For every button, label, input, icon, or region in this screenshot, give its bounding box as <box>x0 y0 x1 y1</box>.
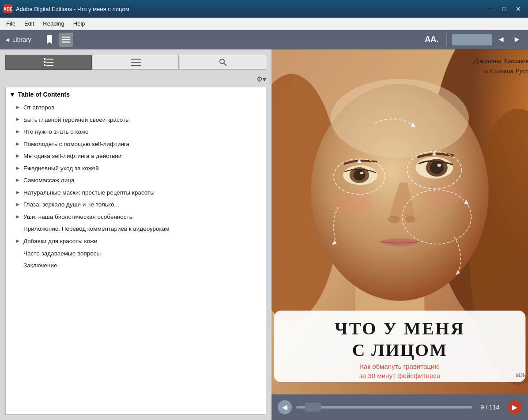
svg-point-27 <box>353 170 365 181</box>
toc-item-6[interactable]: ▶ Самомассаж лица <box>9 174 262 187</box>
maximize-button[interactable]: □ <box>498 4 510 14</box>
toc-item-13[interactable]: ▶ Заключение <box>9 259 262 272</box>
svg-point-23 <box>430 161 444 174</box>
toc-item-10[interactable]: ▶ Приложение. Перевод комментариев к вид… <box>9 223 262 235</box>
svg-point-29 <box>388 215 400 223</box>
book-cover-svg: Джоанна Хакимова и Сильвия Руссо ЧТО У М… <box>272 49 528 394</box>
svg-rect-9 <box>131 59 141 60</box>
menu-bar: File Edit Reading Help <box>0 18 528 30</box>
svg-rect-11 <box>131 65 141 66</box>
title-bar-left: ADE Adobe Digital Editions - Что у меня … <box>4 4 129 13</box>
toolbar: ◄ Library AA. ◄ ► <box>0 30 528 49</box>
svg-rect-6 <box>46 62 53 63</box>
title-bar: ADE Adobe Digital Editions - Что у меня … <box>0 0 528 18</box>
next-arrow-icon: ► <box>510 402 519 412</box>
svg-text:за 30 минут фейсфитнеса: за 30 минут фейсфитнеса <box>359 372 441 379</box>
right-panel: Джоанна Хакимова и Сильвия Руссо ЧТО У М… <box>272 49 528 420</box>
svg-rect-0 <box>62 37 70 38</box>
toc-item-9[interactable]: ▶ Уши: наша биологическая особенность <box>9 211 262 223</box>
next-page-button[interactable]: ► <box>510 33 524 46</box>
toc-arrow-11: ▶ <box>16 239 21 244</box>
svg-text:ЧТО У МЕНЯ: ЧТО У МЕНЯ <box>335 319 465 338</box>
next-page-nav-button[interactable]: ► <box>508 400 522 414</box>
left-panel: ⚙▾ ▼ Table of Contents ▶ От авторов ▶ Бы… <box>0 49 272 420</box>
toc-arrow-7: ▶ <box>16 190 21 195</box>
menu-reading[interactable]: Reading <box>38 19 68 29</box>
toc-arrow-4: ▶ <box>16 154 21 159</box>
toc-arrow-2: ▶ <box>16 129 21 135</box>
svg-rect-4 <box>46 59 53 60</box>
list-view-button[interactable] <box>59 33 73 47</box>
svg-text:Как обмануть гравитацию: Как обмануть гравитацию <box>360 363 439 370</box>
toc-item-3[interactable]: ▶ Помолодеть с помощью self-лифтинга <box>9 138 262 150</box>
svg-point-28 <box>360 172 364 175</box>
toc-arrow-9: ▶ <box>16 214 21 220</box>
toc-arrow-6: ▶ <box>16 178 21 183</box>
toc-item-1[interactable]: ▶ Быть главной героиней своей красоты <box>9 114 262 126</box>
page-number-display: 9 / 114 <box>477 404 503 411</box>
svg-rect-3 <box>44 58 45 60</box>
list-view-toc-button[interactable] <box>93 55 179 70</box>
toc-item-8[interactable]: ▶ Глаза: зеркало души и не только... <box>9 199 262 211</box>
toc-view-button[interactable] <box>5 55 92 70</box>
toc-item-5[interactable]: ▶ Ежедневный уход за кожей <box>9 162 262 175</box>
toc-item-0[interactable]: ▶ От авторов <box>9 101 262 114</box>
library-label: ◄ Library <box>4 36 31 43</box>
svg-rect-2 <box>62 41 70 43</box>
minimize-button[interactable]: ─ <box>484 4 496 14</box>
toc-item-2[interactable]: ▶ Что нужно знать о коже <box>9 126 262 138</box>
app-icon: ADE <box>4 4 12 13</box>
settings-button[interactable]: ⚙▾ <box>256 75 266 83</box>
svg-point-20 <box>331 79 469 158</box>
menu-help[interactable]: Help <box>69 19 90 29</box>
window-title: Adobe Digital Editions - Что у меня с ли… <box>16 6 129 12</box>
font-size-button[interactable]: AA. <box>422 34 441 45</box>
prev-page-nav-button[interactable]: ◄ <box>278 400 292 414</box>
toc-arrow-3: ▶ <box>16 142 21 147</box>
svg-line-13 <box>224 63 226 66</box>
toc-arrow-5: ▶ <box>16 166 21 171</box>
toc-arrow-1: ▶ <box>16 117 21 122</box>
svg-point-30 <box>406 216 415 223</box>
toc-title: ▼ Table of Contents <box>9 91 262 98</box>
title-bar-controls: ─ □ ✕ <box>484 4 524 14</box>
library-button[interactable]: ◄ Library <box>4 36 31 43</box>
toc-settings-row: ⚙▾ <box>5 75 266 83</box>
main-content: ⚙▾ ▼ Table of Contents ▶ От авторов ▶ Бы… <box>0 49 528 420</box>
toc-item-12[interactable]: ▶ Часто задаваемые вопросы <box>9 248 262 260</box>
svg-rect-7 <box>44 64 45 66</box>
page-slider[interactable] <box>296 406 472 409</box>
svg-point-24 <box>437 164 441 167</box>
page-input[interactable] <box>452 34 492 45</box>
slider-thumb[interactable] <box>305 403 321 412</box>
svg-text:С ЛИЦОМ: С ЛИЦОМ <box>352 340 448 360</box>
toc-arrow-8: ▶ <box>16 202 21 207</box>
page-nav-bar: ◄ 9 / 114 ► <box>272 394 528 420</box>
bookmark-button[interactable] <box>42 33 57 47</box>
toolbar-sep-2 <box>446 34 447 46</box>
gear-icon: ⚙ <box>256 75 263 83</box>
svg-rect-1 <box>62 39 70 40</box>
toc-item-4[interactable]: ▶ Методика self-лифтинга в действии <box>9 150 262 162</box>
svg-text:Джоанна Хакимова: Джоанна Хакимова <box>473 57 528 64</box>
toc-item-11[interactable]: ▶ Добавки для красоты кожи <box>9 235 262 248</box>
svg-rect-5 <box>44 61 45 63</box>
toc-collapse-arrow[interactable]: ▼ <box>9 91 15 98</box>
toolbar-sep-1 <box>37 34 37 46</box>
svg-text:и Сильвия Руссо: и Сильвия Руссо <box>484 67 528 75</box>
menu-edit[interactable]: Edit <box>20 19 38 29</box>
close-button[interactable]: ✕ <box>512 4 524 14</box>
svg-point-32 <box>426 184 463 206</box>
menu-file[interactable]: File <box>2 19 20 29</box>
search-toc-button[interactable] <box>180 55 266 70</box>
book-cover-area: Джоанна Хакимова и Сильвия Руссо ЧТО У М… <box>272 49 528 394</box>
toc-toolbar <box>5 55 266 70</box>
svg-text:МИ∞: МИ∞ <box>516 372 528 379</box>
toc-item-7[interactable]: ▶ Натуральные маски: простые рецепты кра… <box>9 187 262 199</box>
prev-page-button[interactable]: ◄ <box>494 33 508 46</box>
svg-rect-8 <box>46 65 53 66</box>
toc-container[interactable]: ▼ Table of Contents ▶ От авторов ▶ Быть … <box>5 87 266 415</box>
svg-point-12 <box>220 59 224 64</box>
prev-arrow-icon: ◄ <box>280 402 289 412</box>
toc-arrow-0: ▶ <box>16 105 21 110</box>
